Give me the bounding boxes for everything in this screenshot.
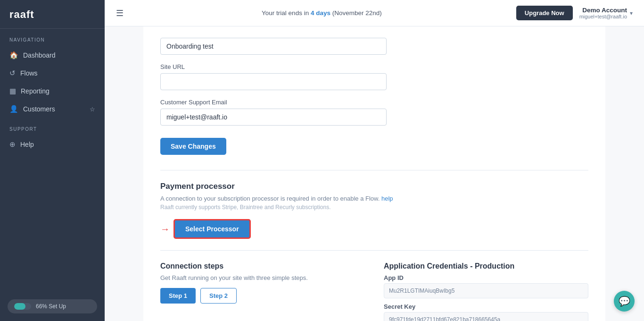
section-divider (160, 170, 588, 170)
sidebar-item-flows[interactable]: ↺ Flows (0, 64, 105, 82)
connection-steps-desc: Get Raaft running on your site with thre… (160, 274, 365, 281)
credentials-title: Application Credentials - Production (384, 262, 588, 270)
support-email-group: Customer Support Email (160, 99, 588, 126)
help-link[interactable]: help (381, 195, 393, 202)
connection-steps-section: Connection steps Get Raaft running on yo… (160, 262, 365, 321)
select-processor-row: → Select Processor (160, 219, 588, 239)
content-inner: Site URL Customer Support Email Save Cha… (143, 26, 605, 321)
select-processor-button[interactable]: Select Processor (173, 219, 251, 239)
chat-bubble[interactable]: 💬 (614, 291, 635, 312)
save-changes-button[interactable]: Save Changes (160, 138, 226, 155)
site-url-input[interactable] (160, 73, 387, 90)
support-email-input[interactable] (160, 109, 387, 126)
site-url-group: Site URL (160, 63, 588, 90)
app-id-row: App ID (384, 274, 588, 298)
site-url-label: Site URL (160, 63, 588, 70)
support-email-label: Customer Support Email (160, 99, 588, 106)
trial-text-prefix: Your trial ends in (262, 9, 309, 17)
payment-processor-desc-text: A connection to your subscription proces… (160, 195, 380, 202)
arrow-indicator-icon: → (160, 224, 170, 235)
app-id-input[interactable] (384, 283, 588, 298)
payment-processor-title: Payment processor (160, 182, 588, 191)
payment-processor-section: Payment processor A connection to your s… (160, 182, 588, 239)
sidebar-item-label: Flows (20, 69, 38, 77)
step2-button[interactable]: Step 2 (200, 288, 237, 304)
upgrade-button[interactable]: Upgrade Now (516, 6, 573, 20)
account-info: Demo Account miguel+test@raaft.io (579, 7, 627, 19)
setup-progress-bar: 66% Set Up (8, 299, 97, 313)
topbar: ☰ Your trial ends in 4 days (November 22… (105, 0, 644, 26)
credentials-section: Application Credentials - Production App… (384, 262, 588, 321)
connection-steps-title: Connection steps (160, 262, 365, 270)
sidebar: raaft NAVIGATION 🏠 Dashboard ↺ Flows ▦ R… (0, 0, 105, 321)
flows-icon: ↺ (9, 69, 16, 77)
sidebar-item-reporting[interactable]: ▦ Reporting (0, 82, 105, 100)
logo: raaft (9, 8, 34, 20)
chat-icon: 💬 (619, 296, 630, 307)
sidebar-item-label: Dashboard (23, 51, 56, 59)
section-divider-2 (160, 250, 588, 251)
star-icon: ☆ (90, 106, 95, 113)
sidebar-item-customers[interactable]: 👤 Customers ☆ (0, 100, 105, 118)
trial-days-label: 4 days (311, 9, 330, 17)
company-name-group (160, 38, 588, 55)
main-wrapper: ☰ Your trial ends in 4 days (November 22… (105, 0, 644, 321)
progress-fill (14, 303, 25, 310)
trial-date-label: (November 22nd) (332, 9, 382, 17)
payment-processor-desc: A connection to your subscription proces… (160, 195, 588, 202)
help-icon: ⊕ (9, 140, 16, 149)
payment-processor-subdesc: Raaft currently supports Stripe, Braintr… (160, 204, 588, 211)
sidebar-item-label: Customers (23, 105, 55, 113)
chevron-down-icon: ▾ (630, 10, 633, 17)
sidebar-item-label: Help (20, 141, 34, 148)
trial-message: Your trial ends in 4 days (November 22nd… (134, 9, 510, 17)
app-id-label: App ID (384, 274, 588, 281)
content-area: Site URL Customer Support Email Save Cha… (105, 26, 644, 321)
bottom-grid: Connection steps Get Raaft running on yo… (160, 262, 588, 321)
nav-section-label: NAVIGATION (0, 29, 105, 46)
home-icon: 🏠 (9, 51, 18, 59)
customers-icon: 👤 (9, 105, 18, 113)
account-menu[interactable]: Demo Account miguel+test@raaft.io ▾ (579, 7, 633, 19)
secret-key-label: Secret Key (384, 303, 588, 310)
secret-key-row: Secret Key (384, 303, 588, 321)
reporting-icon: ▦ (9, 87, 16, 95)
account-name: Demo Account (579, 7, 627, 14)
sidebar-item-dashboard[interactable]: 🏠 Dashboard (0, 46, 105, 64)
account-email: miguel+test@raaft.io (579, 14, 627, 19)
connection-steps-buttons: Step 1 Step 2 (160, 288, 365, 304)
hamburger-icon[interactable]: ☰ (116, 8, 124, 18)
setup-label: 66% Set Up (36, 303, 66, 310)
progress-track (14, 303, 31, 310)
support-section-label: SUPPORT (0, 118, 105, 135)
secret-key-input[interactable] (384, 312, 588, 321)
sidebar-item-label: Reporting (21, 87, 50, 95)
logo-area: raaft (0, 0, 105, 29)
sidebar-item-help[interactable]: ⊕ Help (0, 135, 105, 153)
step1-button[interactable]: Step 1 (160, 288, 196, 304)
company-name-input[interactable] (160, 38, 387, 55)
